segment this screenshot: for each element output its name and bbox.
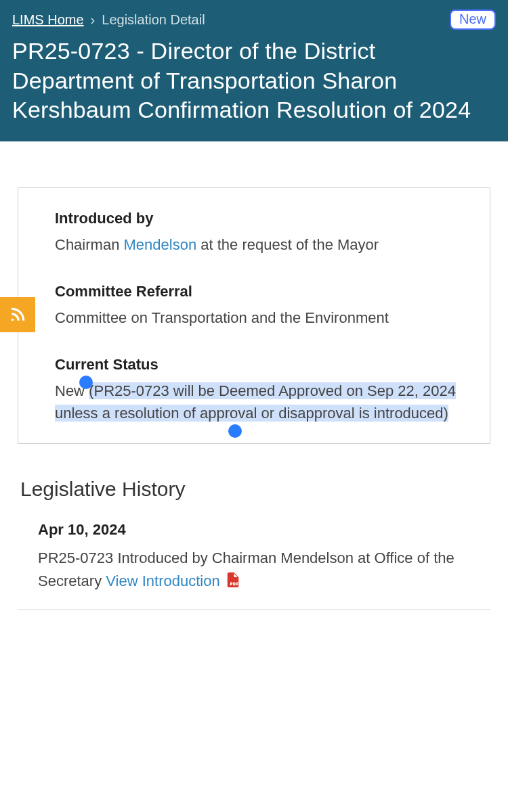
new-badge: New <box>450 9 496 30</box>
breadcrumb-row: LIMS Home › Legislation Detail New <box>12 9 496 30</box>
breadcrumb-current: Legislation Detail <box>102 12 205 28</box>
introducer-link[interactable]: Mendelson <box>123 236 196 253</box>
introduced-label: Introduced by <box>55 207 469 229</box>
introduced-suffix: at the request of the Mayor <box>196 236 379 253</box>
status-value: New (PR25-0723 will be Deemed Approved o… <box>55 382 456 422</box>
introduced-prefix: Chairman <box>55 236 123 253</box>
page-title: PR25-0723 - Director of the District Dep… <box>12 37 496 125</box>
info-card: Introduced by Chairman Mendelson at the … <box>18 187 490 444</box>
history-item: Apr 10, 2024 PR25-0723 Introduced by Cha… <box>18 518 490 610</box>
introduced-value: Chairman Mendelson at the request of the… <box>55 233 469 256</box>
status-block: Current Status New (PR25-0723 will be De… <box>55 353 469 424</box>
selection-end-handle[interactable] <box>228 424 242 438</box>
referral-value: Committee on Transportation and the Envi… <box>55 307 469 329</box>
referral-label: Committee Referral <box>55 280 469 302</box>
history-section-title: Legislative History <box>20 478 490 501</box>
rss-button[interactable] <box>0 297 35 332</box>
status-label: Current Status <box>55 353 469 376</box>
history-body: PR25-0723 Introduced by Chairman Mendels… <box>38 549 454 589</box>
selection-start-handle[interactable] <box>79 376 93 389</box>
introduced-block: Introduced by Chairman Mendelson at the … <box>55 207 469 256</box>
chevron-right-icon: › <box>91 12 96 28</box>
rss-icon <box>9 306 26 323</box>
history-date: Apr 10, 2024 <box>38 518 490 541</box>
page-header: LIMS Home › Legislation Detail New PR25-… <box>0 0 508 141</box>
history-text: PR25-0723 Introduced by Chairman Mendels… <box>38 547 490 594</box>
breadcrumb-home-link[interactable]: LIMS Home <box>12 12 84 28</box>
svg-point-0 <box>12 318 14 320</box>
view-introduction-link[interactable]: View Introduction <box>106 572 219 589</box>
content-area: Introduced by Chairman Mendelson at the … <box>0 141 508 616</box>
breadcrumb: LIMS Home › Legislation Detail <box>12 12 205 28</box>
pdf-icon[interactable] <box>227 571 239 594</box>
referral-block: Committee Referral Committee on Transpor… <box>55 280 469 329</box>
status-highlight: (PR25-0723 will be Deemed Approved on Se… <box>55 382 456 422</box>
